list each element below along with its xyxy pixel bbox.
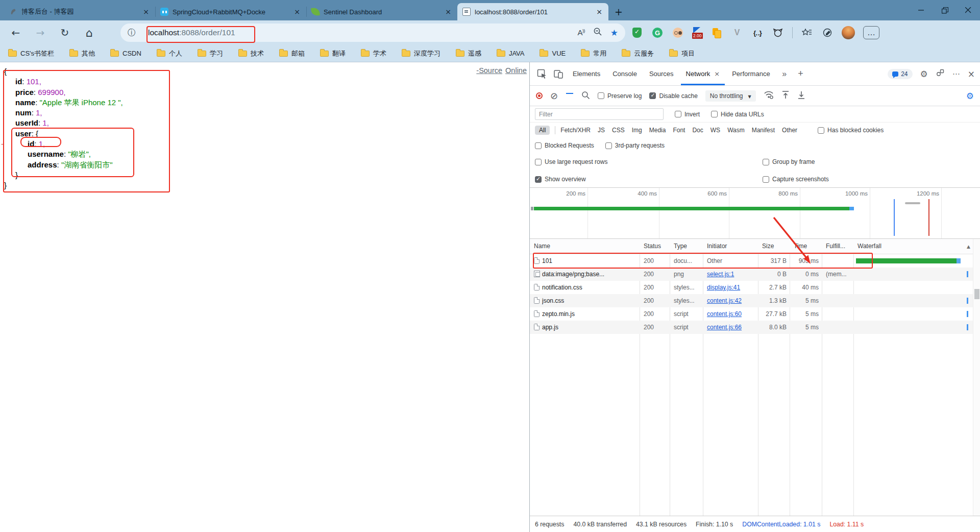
group-by-frame-checkbox[interactable]: Group by frame xyxy=(763,158,980,165)
close-devtools-icon[interactable] xyxy=(968,69,975,79)
request-row-zepto[interactable]: zepto.min.js 200 script content.js:60 27… xyxy=(530,307,980,321)
focus-mode-icon[interactable] xyxy=(936,68,945,79)
source-link[interactable]: -Source xyxy=(476,66,502,75)
tab-springcloud[interactable]: SpringCloud+RabbitMQ+Docke xyxy=(155,3,306,20)
tab-console[interactable]: Console xyxy=(607,62,642,85)
avatar-extension-icon[interactable] xyxy=(672,27,684,39)
column-name[interactable]: Name xyxy=(534,243,550,250)
network-filter-input[interactable] xyxy=(535,108,664,120)
home-button[interactable] xyxy=(81,24,98,41)
initiator-link[interactable]: select.js:1 xyxy=(707,271,756,278)
initiator-link[interactable]: content.js:66 xyxy=(707,324,756,331)
url-text[interactable]: localhost:8088/order/101 xyxy=(148,28,235,37)
tab-close-icon[interactable] xyxy=(595,8,603,16)
close-window-button[interactable] xyxy=(957,0,980,20)
preserve-log-checkbox[interactable]: Preserve log xyxy=(598,92,642,100)
browser-menu-button[interactable] xyxy=(863,26,879,39)
add-tab-icon[interactable] xyxy=(794,67,808,81)
tab-close-icon[interactable] xyxy=(444,8,452,16)
filter-all[interactable]: All xyxy=(535,126,550,135)
bookmark-folder[interactable]: 学术 xyxy=(361,49,386,58)
capture-screenshots-checkbox[interactable]: Capture screenshots xyxy=(763,176,980,183)
close-network-tab-icon[interactable] xyxy=(714,70,720,78)
issues-badge[interactable]: 24 xyxy=(888,69,912,79)
restore-button[interactable] xyxy=(933,0,957,20)
online-link[interactable]: Online xyxy=(505,66,527,75)
site-info-icon[interactable] xyxy=(128,28,136,38)
bookmark-folder[interactable]: JAVA xyxy=(497,50,525,57)
grammarly-icon[interactable] xyxy=(651,27,664,39)
forward-button[interactable] xyxy=(32,24,49,41)
request-row-101[interactable]: 101 200 docu... Other 317 B 903 ms xyxy=(530,254,980,268)
filter-js[interactable]: JS xyxy=(598,127,605,134)
inspect-element-icon[interactable] xyxy=(535,67,549,81)
column-size[interactable]: Size xyxy=(762,243,774,250)
filter-wasm[interactable]: Wasm xyxy=(727,127,745,134)
search-network-icon[interactable] xyxy=(581,91,590,101)
profile-avatar[interactable] xyxy=(842,26,855,39)
bookmark-folder[interactable]: 个人 xyxy=(157,49,182,58)
use-large-request-rows-checkbox[interactable]: Use large request rows xyxy=(535,158,763,165)
request-row-notification-css[interactable]: notification.css 200 styles... display.j… xyxy=(530,281,980,294)
bookmark-folder[interactable]: 技术 xyxy=(238,49,264,58)
tab-localhost-order[interactable]: localhost:8088/order/101 xyxy=(457,3,608,20)
record-network-log-button[interactable] xyxy=(536,92,543,99)
bookmark-folder[interactable]: 翻译 xyxy=(320,49,346,58)
refresh-button[interactable] xyxy=(56,24,74,41)
bookmark-folder[interactable]: 云服务 xyxy=(622,49,654,58)
address-bar[interactable]: localhost:8088/order/101 xyxy=(120,23,625,42)
filter-font[interactable]: Font xyxy=(673,127,685,134)
filter-media[interactable]: Media xyxy=(649,127,666,134)
favorites-list-icon[interactable] xyxy=(801,27,813,39)
request-row-app-js[interactable]: app.js 200 script content.js:66 8.0 kB 5… xyxy=(530,321,980,334)
bookmark-folder[interactable]: 其他 xyxy=(69,49,95,58)
network-conditions-icon[interactable] xyxy=(764,90,774,101)
v-extension-icon[interactable] xyxy=(731,27,743,39)
filter-css[interactable]: CSS xyxy=(612,127,625,134)
read-aloud-icon[interactable] xyxy=(577,28,584,37)
tab-close-icon[interactable] xyxy=(142,8,150,16)
column-type[interactable]: Type xyxy=(674,243,687,250)
collapse-toggle-icon[interactable]: - xyxy=(1,139,4,149)
initiator-link[interactable]: content.js:60 xyxy=(707,310,756,318)
settings-gear-icon[interactable] xyxy=(920,69,928,79)
tab-sentinel[interactable]: Sentinel Dashboard xyxy=(306,3,457,20)
has-blocked-cookies-checkbox[interactable]: Has blocked cookies xyxy=(818,127,884,134)
tab-network[interactable]: Network xyxy=(681,62,725,85)
blocked-requests-checkbox[interactable]: Blocked Requests xyxy=(535,142,594,149)
third-party-requests-checkbox[interactable]: 3rd-party requests xyxy=(605,142,665,149)
octotree-icon[interactable] xyxy=(772,27,784,39)
column-time[interactable]: Time xyxy=(794,243,807,250)
filter-doc[interactable]: Doc xyxy=(692,127,703,134)
more-tabs-icon[interactable] xyxy=(777,67,792,81)
export-har-icon[interactable] xyxy=(797,90,805,101)
network-overview-timeline[interactable]: 200 ms 400 ms 600 ms 800 ms 1000 ms 1200… xyxy=(530,188,980,239)
tab-close-icon[interactable] xyxy=(293,8,301,16)
request-row-json-css[interactable]: json.css 200 styles... content.js:42 1.3… xyxy=(530,294,980,307)
import-har-icon[interactable] xyxy=(781,90,790,101)
initiator-link[interactable]: content.js:42 xyxy=(707,297,756,304)
bookmark-folder[interactable]: 学习 xyxy=(198,49,223,58)
bookmark-folder[interactable]: CSDN xyxy=(110,50,141,57)
filter-img[interactable]: Img xyxy=(632,127,642,134)
initiator-link[interactable]: display.js:41 xyxy=(707,284,756,291)
bookmark-folder[interactable]: 深度学习 xyxy=(402,49,440,58)
tab-sources[interactable]: Sources xyxy=(644,62,679,85)
network-settings-gear-icon[interactable] xyxy=(966,91,974,101)
show-overview-checkbox[interactable]: Show overview xyxy=(535,176,763,183)
throttling-select[interactable]: No throttling xyxy=(705,90,756,102)
more-options-icon[interactable] xyxy=(952,69,960,79)
favorite-star-icon[interactable] xyxy=(610,28,618,38)
hide-data-urls-checkbox[interactable]: Hide data URLs xyxy=(711,111,764,118)
sort-ascending-icon[interactable] xyxy=(967,244,970,249)
bookmark-folder[interactable]: 遥感 xyxy=(456,49,481,58)
bookmark-folder[interactable]: CS's书签栏 xyxy=(8,49,54,58)
filter-ws[interactable]: WS xyxy=(710,127,720,134)
devtools-scrollbar[interactable] xyxy=(973,239,980,516)
column-initiator[interactable]: Initiator xyxy=(707,243,727,250)
bookmark-folder[interactable]: 邮箱 xyxy=(279,49,305,58)
copy-pages-icon[interactable] xyxy=(710,27,723,39)
tab-blog-admin[interactable]: 博客后台 - 博客园 xyxy=(4,3,155,20)
invert-checkbox[interactable]: Invert xyxy=(675,111,700,118)
back-button[interactable] xyxy=(7,24,24,41)
